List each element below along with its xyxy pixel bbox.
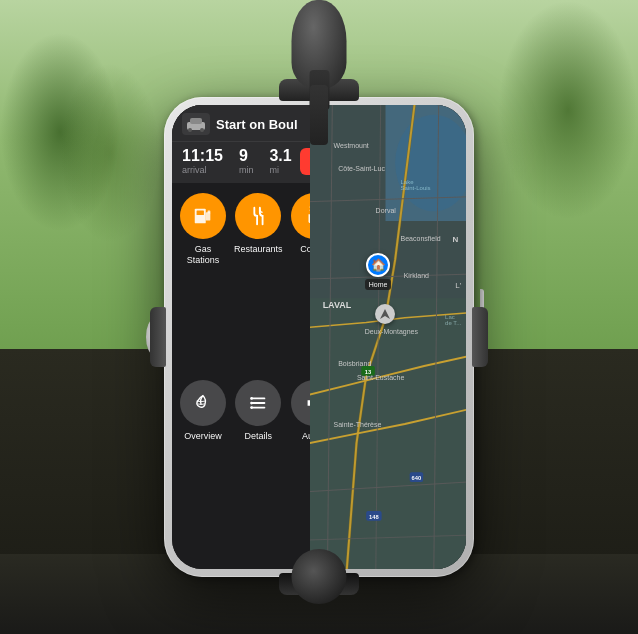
scene: Start on Boul 11:15 arrival 9 min	[0, 0, 638, 634]
clamp-left	[150, 307, 166, 367]
svg-rect-7	[208, 211, 211, 214]
phone-holder: Start on Boul 11:15 arrival 9 min	[164, 97, 474, 577]
overview-label: Overview	[184, 431, 222, 442]
icons-grid: Gas Stations Restaurants	[172, 183, 310, 569]
svg-text:148: 148	[369, 514, 379, 520]
restaurants-icon	[235, 193, 281, 239]
phone-screen: Start on Boul 11:15 arrival 9 min	[172, 105, 466, 569]
details-label: Details	[245, 431, 273, 442]
stats-row: 11:15 arrival 9 min 3.1 mi	[172, 141, 310, 183]
details-item[interactable]: Details	[234, 380, 283, 559]
gas-stations-icon	[180, 193, 226, 239]
overview-icon	[180, 380, 226, 426]
phone: Start on Boul 11:15 arrival 9 min	[164, 97, 474, 577]
svg-point-12	[250, 397, 253, 400]
direction-text: Start on Boul	[216, 117, 298, 132]
restaurants-item[interactable]: Restaurants	[234, 193, 283, 372]
map-panel: 13 640 148 Westmount Côte-Saint-Luc Dorv…	[310, 105, 466, 569]
svg-marker-25	[380, 309, 390, 319]
navigation-arrow	[375, 304, 395, 324]
nav-header: Start on Boul	[172, 105, 310, 141]
miles-label: mi	[269, 165, 279, 175]
miles-value: 3.1	[269, 148, 291, 164]
svg-point-14	[250, 406, 253, 409]
home-pin: 🏠 Home	[365, 253, 392, 290]
gas-stations-label: Gas Stations	[180, 244, 226, 266]
arrival-stat: 11:15 arrival	[182, 148, 223, 175]
overview-item[interactable]: Overview	[180, 380, 226, 559]
nav-panel: Start on Boul 11:15 arrival 9 min	[172, 105, 310, 569]
map-background: 13 640 148 Westmount Côte-Saint-Luc Dorv…	[310, 105, 466, 569]
svg-point-2	[188, 128, 192, 132]
arrival-time: 11:15	[182, 148, 223, 164]
restaurants-label: Restaurants	[234, 244, 283, 255]
arrival-label: arrival	[182, 165, 207, 175]
mount-arm	[292, 0, 347, 90]
minutes-value: 9	[239, 148, 248, 164]
minutes-stat: 9 min	[239, 148, 254, 175]
svg-rect-1	[190, 118, 202, 124]
svg-rect-6	[206, 212, 211, 220]
details-icon	[235, 380, 281, 426]
svg-text:640: 640	[412, 475, 422, 481]
car-icon	[182, 113, 210, 135]
svg-point-13	[250, 402, 253, 405]
svg-point-3	[200, 128, 204, 132]
svg-rect-5	[197, 211, 204, 216]
home-pin-circle: 🏠	[366, 253, 390, 277]
home-pin-label: Home	[365, 279, 392, 290]
clamp-right	[472, 307, 488, 367]
svg-text:13: 13	[365, 369, 372, 375]
gas-stations-item[interactable]: Gas Stations	[180, 193, 226, 372]
svg-rect-18	[310, 298, 466, 569]
minutes-label: min	[239, 165, 254, 175]
miles-stat: 3.1 mi	[269, 148, 291, 175]
map-svg: 13 640 148	[310, 105, 466, 569]
mount-bottom	[292, 549, 347, 604]
